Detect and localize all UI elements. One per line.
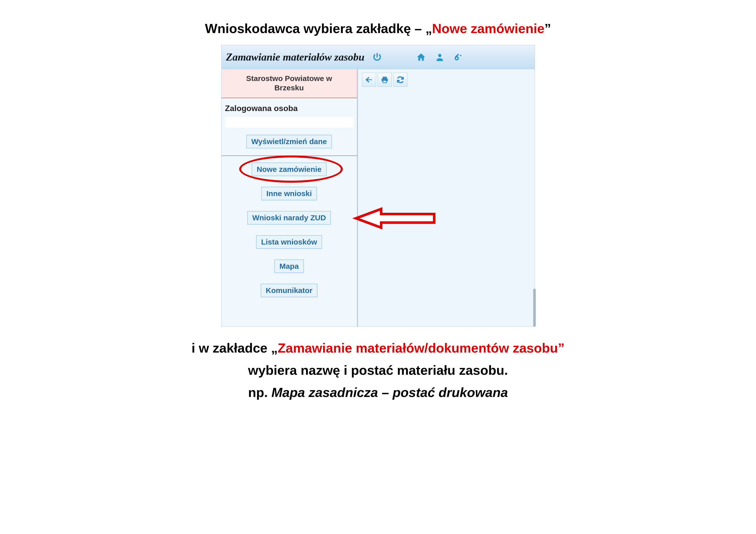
app-title: Zamawianie materiałów zasobu	[226, 51, 364, 63]
instruction-line-2: wybiera nazwę i postać materiału zasobu.	[15, 359, 741, 381]
screenshot-wrapper: Zamawianie materiałów zasobu	[15, 45, 741, 327]
instruction-text: i w zakładce „Zamawianie materiałów/doku…	[15, 337, 741, 404]
content-area	[358, 69, 535, 327]
line3-prefix: np.	[248, 385, 271, 400]
sidebar-nav: Nowe zamówienie Inne wnioski Wnioski nar…	[222, 163, 357, 305]
svg-rect-5	[383, 77, 387, 79]
svg-rect-7	[383, 80, 386, 83]
instruction-line-1: i w zakładce „Zamawianie materiałów/doku…	[15, 337, 741, 359]
nav-wnioski-narady-zud[interactable]: Wnioski narady ZUD	[247, 211, 331, 225]
slide: Wnioskodawca wybiera zakładkę – „Nowe za…	[15, 20, 741, 404]
line1-before: i w zakładce „	[191, 341, 278, 355]
sidebar-separator	[222, 155, 357, 156]
svg-point-0	[438, 54, 442, 57]
annotation-arrow	[351, 204, 437, 232]
key-icon[interactable]	[453, 51, 464, 63]
sidebar: Starostwo Powiatowe w Brzesku Zalogowana…	[222, 69, 358, 327]
nav-lista-wnioskow[interactable]: Lista wniosków	[256, 235, 322, 249]
logged-person-label: Zalogowana osoba	[222, 98, 357, 115]
logged-person-value	[225, 117, 353, 128]
home-icon[interactable]	[416, 51, 427, 63]
heading-before: Wnioskodawca wybiera zakładkę – „	[205, 21, 432, 36]
user-icon[interactable]	[434, 51, 445, 63]
organization-box: Starostwo Powiatowe w Brzesku	[222, 69, 357, 98]
refresh-icon[interactable]	[393, 73, 407, 87]
nav-nowe-zamowienie[interactable]: Nowe zamówienie	[252, 163, 327, 176]
content-toolbar	[358, 69, 535, 90]
scrollbar[interactable]	[533, 289, 536, 327]
nav-komunikator[interactable]: Komunikator	[261, 284, 317, 297]
instruction-line-3: np. Mapa zasadnicza – postać drukowana	[15, 381, 741, 403]
heading-after: ”	[544, 21, 551, 36]
nav-mapa[interactable]: Mapa	[274, 259, 304, 273]
main-heading: Wnioskodawca wybiera zakładkę – „Nowe za…	[15, 20, 741, 38]
app-body: Starostwo Powiatowe w Brzesku Zalogowana…	[222, 69, 535, 327]
line3-italic: Mapa zasadnicza – postać drukowana	[272, 385, 508, 400]
heading-highlight: Nowe zamówienie	[432, 21, 544, 36]
view-change-data-button[interactable]: Wyświetl/zmień dane	[246, 135, 332, 148]
line1-red: Zamawianie materiałów/dokumentów zasobu”	[278, 341, 565, 355]
org-line-2: Brzesku	[228, 83, 350, 92]
org-line-1: Starostwo Powiatowe w	[228, 74, 350, 83]
app-screenshot: Zamawianie materiałów zasobu	[221, 45, 535, 327]
view-change-wrap: Wyświetl/zmień dane	[222, 135, 357, 155]
svg-point-2	[456, 57, 458, 59]
nav-inne-wnioski[interactable]: Inne wnioski	[261, 187, 317, 200]
app-header: Zamawianie materiałów zasobu	[222, 45, 535, 69]
power-icon[interactable]	[371, 51, 383, 63]
back-arrow-icon[interactable]	[362, 73, 376, 87]
svg-rect-4	[460, 55, 462, 56]
header-icon-group	[371, 51, 464, 63]
print-icon[interactable]	[378, 73, 392, 87]
